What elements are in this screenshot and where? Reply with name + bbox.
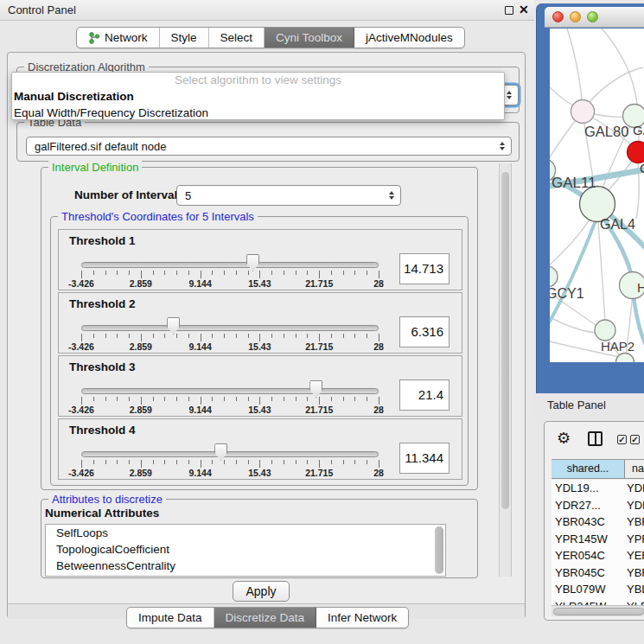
attributes-group-title: Attributes to discretize [48, 493, 166, 506]
slider-tick-label: 21.715 [305, 405, 333, 415]
scrollbar-thumb[interactable] [435, 526, 443, 574]
attribute-list-item[interactable]: BetweennessCentrality [46, 558, 445, 574]
slider-tick-mark [319, 460, 320, 468]
tab-discretize-data[interactable]: Discretize Data [214, 608, 317, 628]
algorithm-option-manual[interactable]: Manual Discretization [12, 88, 504, 105]
slider-tick-mark [105, 460, 106, 464]
zoom-traffic-light-icon[interactable] [587, 11, 598, 22]
tab-cyni-toolbox[interactable]: Cyni Toolbox [265, 28, 354, 48]
attributes-scrollbar[interactable] [435, 526, 443, 574]
network-node-gal80[interactable] [571, 100, 595, 124]
network-node-label: GAL4 [600, 217, 635, 232]
threshold-slider-handle[interactable] [167, 317, 180, 335]
slider-tick-mark [367, 460, 367, 464]
slider-tick-mark [367, 271, 367, 275]
scrollbar-thumb[interactable] [553, 608, 644, 615]
slider-tick-mark [117, 397, 118, 401]
slider-tick-label: 15.43 [248, 405, 271, 415]
close-traffic-light-icon[interactable] [552, 11, 564, 22]
slider-tick-mark [188, 397, 189, 401]
column-header-name[interactable]: na [625, 460, 644, 478]
apply-button[interactable]: Apply [233, 581, 290, 602]
threshold-slider-handle[interactable] [246, 254, 259, 271]
panel-vertical-scrollbar[interactable] [499, 163, 512, 577]
tab-network[interactable]: Network [77, 28, 160, 48]
threshold-slider-handle[interactable] [309, 380, 322, 398]
numerical-attributes-list[interactable]: SelfLoopsTopologicalCoefficientBetweenne… [45, 524, 446, 577]
tab-style[interactable]: Style [160, 28, 209, 48]
slider-tick-label: 9.144 [188, 468, 211, 478]
threshold-slider-track[interactable] [81, 325, 379, 331]
slider-tick-mark [153, 397, 154, 401]
scrollbar-thumb[interactable] [501, 172, 509, 509]
threshold-slider-track[interactable] [81, 451, 379, 457]
algorithm-option-equal-width[interactable]: Equal Width/Frequency Discretization [12, 105, 504, 120]
table-horizontal-scrollbar[interactable] [552, 605, 644, 616]
checkbox-select-icon[interactable]: ✓ [617, 435, 627, 444]
number-of-intervals-combobox[interactable]: 5 [176, 185, 401, 206]
slider-tick-mark [105, 271, 106, 275]
number-of-intervals-value: 5 [185, 189, 191, 202]
minimize-traffic-light-icon[interactable] [570, 11, 581, 22]
algorithm-placeholder-item[interactable]: Select algorithm to view settings [12, 73, 504, 88]
slider-tick-mark [259, 334, 260, 341]
threshold-slider-track[interactable] [81, 388, 379, 394]
network-node-label: GA [633, 123, 644, 137]
threshold-value-field[interactable]: 6.316 [399, 316, 450, 348]
table-row[interactable]: YBR043CYBR0 [552, 513, 644, 531]
threshold-slider-handle[interactable] [214, 443, 227, 461]
table-cell-name: YDR2 [627, 497, 644, 514]
attribute-list-item[interactable]: TopologicalCoefficient [46, 541, 445, 558]
slider-tick-mark [307, 334, 308, 338]
table-panel-titlebar: Table Panel [534, 393, 644, 418]
table-row[interactable]: YER054CYER0 [552, 547, 644, 564]
network-icon [88, 32, 100, 44]
combo-stepper-icon [389, 191, 394, 200]
tab-select[interactable]: Select [209, 28, 265, 48]
tab-infer-network[interactable]: Infer Network [316, 608, 408, 628]
network-node-label: H [637, 280, 644, 295]
table-row[interactable]: YBR045CYBR0 [552, 564, 644, 582]
table-row[interactable]: YDR27...YDR2 [552, 497, 644, 514]
table-data-combobox[interactable]: galFiltered.sif default node [26, 137, 512, 156]
slider-tick-label: 21.715 [305, 468, 333, 478]
network-node-hap2[interactable] [595, 320, 615, 341]
slider-tick-mark [259, 397, 260, 405]
threshold-value-field[interactable]: 14.713 [399, 253, 450, 284]
threshold-value-field[interactable]: 11.344 [399, 443, 450, 474]
slider-tick-mark [129, 460, 130, 464]
slider-tick-mark [296, 397, 296, 401]
table-row[interactable]: YDL19...YDL1 [552, 480, 644, 497]
slider-tick-mark [296, 271, 296, 275]
slider-tick-mark [129, 271, 130, 275]
table-panel-title: Table Panel [547, 399, 606, 411]
table-header-row: shared... na [552, 459, 644, 479]
threshold-slider-track[interactable] [81, 262, 379, 268]
table-cell-name: YLR3 [627, 598, 644, 606]
table-row[interactable]: YPR145WYPR1 [552, 531, 644, 548]
slider-tick-mark [188, 334, 189, 338]
checkbox-select-all-icon[interactable]: ✓ [630, 435, 640, 444]
tab-jactivemnodules[interactable]: jActiveMNodules [354, 28, 464, 48]
interval-definition-group: Interval Definition Number of Intervals … [41, 167, 478, 490]
control-panel-title: Control Panel [8, 3, 76, 16]
network-node-label: GCY1 [550, 286, 584, 301]
table-row[interactable]: YLR345WYLR3 [552, 598, 644, 606]
slider-tick-mark [319, 271, 320, 278]
network-node-c[interactable] [628, 142, 644, 163]
close-icon[interactable]: ✕ [519, 3, 529, 16]
slider-tick-mark [284, 271, 284, 275]
split-columns-icon[interactable] [588, 431, 603, 446]
threshold-value-field[interactable]: 21.4 [399, 379, 450, 411]
gear-icon[interactable]: ⚙ [557, 429, 571, 448]
tab-impute-data[interactable]: Impute Data [127, 608, 214, 628]
slider-tick-mark [343, 271, 344, 275]
network-canvas[interactable]: GAL80GACGAL11GAL4GCY1HHAP2 [550, 29, 644, 362]
network-graph: GAL80GACGAL11GAL4GCY1HHAP2 [550, 29, 644, 362]
attribute-list-item[interactable]: SelfLoops [46, 525, 445, 541]
float-window-icon[interactable] [505, 6, 513, 15]
network-node-gcy1[interactable] [550, 266, 558, 287]
column-header-shared-name[interactable]: shared... [552, 460, 625, 478]
combo-stepper-icon [500, 142, 505, 150]
table-row[interactable]: YBL079WYBL0 [552, 581, 644, 598]
